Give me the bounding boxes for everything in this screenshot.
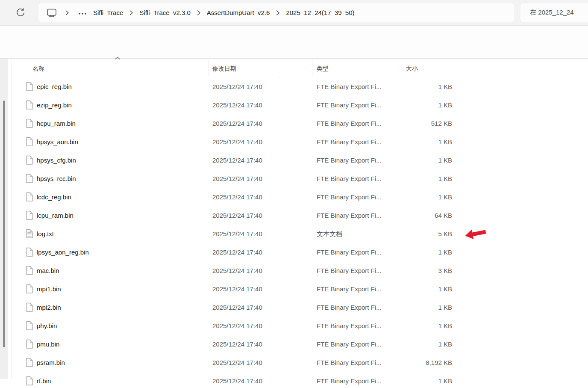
ellipsis-icon	[78, 12, 87, 15]
file-row[interactable]: mac.bin 2025/12/24 17:40 FTE Binary Expo…	[0, 261, 588, 280]
file-row[interactable]: hpsys_cfg.bin 2025/12/24 17:40 FTE Binar…	[0, 151, 588, 169]
file-row[interactable]: pmu.bin 2025/12/24 17:40 FTE Binary Expo…	[0, 335, 588, 353]
file-date: 2025/12/24 17:40	[212, 280, 262, 298]
file-type: FTE Binary Export Fi...	[317, 169, 382, 188]
this-pc-icon[interactable]	[46, 8, 57, 18]
file-type: FTE Binary Export Fi...	[317, 261, 382, 280]
text-file-icon	[26, 229, 33, 239]
file-date: 2025/12/24 17:40	[212, 317, 262, 335]
file-icon	[26, 321, 33, 331]
file-size: 1 KB	[392, 317, 452, 335]
file-row[interactable]: log.txt 2025/12/24 17:40 文本文档 5 KB	[0, 225, 588, 243]
file-size: 1 KB	[392, 298, 452, 317]
file-date: 2025/12/24 17:40	[212, 372, 262, 388]
breadcrumb-item[interactable]: AssertDumpUart_v2.6	[207, 9, 270, 16]
file-type: FTE Binary Export Fi...	[317, 188, 382, 206]
column-header-type[interactable]: 类型	[317, 59, 329, 77]
file-size: 3 KB	[392, 261, 452, 280]
file-row[interactable]: hpsys_aon.bin 2025/12/24 17:40 FTE Binar…	[0, 133, 588, 151]
breadcrumb-item[interactable]: Sifli_Trace_v2.3.0	[139, 9, 191, 16]
command-toolbar: 排序 查看	[0, 26, 588, 59]
file-type: FTE Binary Export Fi...	[317, 114, 382, 133]
file-size: 1 KB	[392, 280, 452, 298]
file-icon	[26, 302, 33, 312]
file-name: mpi2.bin	[37, 298, 61, 317]
file-date: 2025/12/24 17:40	[212, 225, 262, 243]
file-icon	[26, 155, 33, 165]
file-row[interactable]: epic_reg.bin 2025/12/24 17:40 FTE Binary…	[0, 77, 588, 96]
chevron-right-icon	[65, 10, 69, 16]
breadcrumb-overflow[interactable]	[78, 9, 87, 17]
file-icon	[26, 174, 33, 184]
content-edge-divider	[11, 59, 12, 379]
file-size: 1 KB	[392, 151, 452, 169]
file-row[interactable]: phy.bin 2025/12/24 17:40 FTE Binary Expo…	[0, 317, 588, 335]
file-row[interactable]: lcpu_ram.bin 2025/12/24 17:40 FTE Binary…	[0, 206, 588, 225]
column-divider[interactable]	[399, 60, 399, 76]
file-name: log.txt	[37, 225, 54, 243]
file-row[interactable]: mpi1.bin 2025/12/24 17:40 FTE Binary Exp…	[0, 280, 588, 298]
file-date: 2025/12/24 17:40	[212, 188, 262, 206]
breadcrumb: Sifli_Trace Sifli_Trace_v2.3.0 AssertDum…	[38, 3, 514, 22]
search-input[interactable]: 在 2025_12_24	[520, 3, 588, 22]
file-row[interactable]: hpsys_rcc.bin 2025/12/24 17:40 FTE Binar…	[0, 169, 588, 188]
file-date: 2025/12/24 17:40	[212, 169, 262, 188]
left-scrollbar-thumb[interactable]	[3, 101, 5, 347]
column-header-name[interactable]: 名称	[32, 59, 44, 77]
breadcrumb-item[interactable]: 2025_12_24(17_39_50)	[286, 9, 354, 16]
file-type: FTE Binary Export Fi...	[317, 317, 382, 335]
file-type: 文本文档	[317, 225, 342, 243]
search-text: 在 2025_12_24	[530, 9, 574, 17]
file-row[interactable]: lpsys_aon_reg.bin 2025/12/24 17:40 FTE B…	[0, 243, 588, 261]
file-date: 2025/12/24 17:40	[212, 77, 262, 96]
column-header-date[interactable]: 修改日期	[212, 59, 236, 77]
file-icon	[26, 100, 33, 110]
file-date: 2025/12/24 17:40	[212, 114, 262, 133]
column-divider[interactable]	[457, 60, 457, 76]
file-type: FTE Binary Export Fi...	[317, 206, 382, 225]
file-row[interactable]: psram.bin 2025/12/24 17:40 FTE Binary Ex…	[0, 353, 588, 372]
file-name: hpsys_aon.bin	[37, 133, 78, 151]
file-icon	[26, 210, 33, 220]
file-type: FTE Binary Export Fi...	[317, 243, 382, 261]
file-date: 2025/12/24 17:40	[212, 261, 262, 280]
file-row[interactable]: lcdc_reg.bin 2025/12/24 17:40 FTE Binary…	[0, 188, 588, 206]
chevron-right-icon	[276, 10, 280, 16]
file-row[interactable]: hcpu_ram.bin 2025/12/24 17:40 FTE Binary…	[0, 114, 588, 133]
file-name: rf.bin	[37, 372, 51, 388]
file-type: FTE Binary Export Fi...	[317, 280, 382, 298]
file-type: FTE Binary Export Fi...	[317, 96, 382, 114]
chevron-right-icon	[129, 10, 133, 16]
sort-ascending-icon	[115, 56, 121, 60]
file-size: 64 KB	[392, 206, 452, 225]
file-row[interactable]: rf.bin 2025/12/24 17:40 FTE Binary Expor…	[0, 372, 588, 388]
file-name: hpsys_rcc.bin	[37, 169, 76, 188]
left-scrollbar-track[interactable]	[0, 59, 8, 379]
breadcrumb-item[interactable]: Sifli_Trace	[93, 9, 123, 16]
file-list: epic_reg.bin 2025/12/24 17:40 FTE Binary…	[0, 77, 588, 388]
file-size: 1 KB	[392, 96, 452, 114]
refresh-icon	[15, 8, 26, 18]
file-date: 2025/12/24 17:40	[212, 151, 262, 169]
file-date: 2025/12/24 17:40	[212, 206, 262, 225]
file-size: 1 KB	[392, 335, 452, 353]
column-divider[interactable]	[209, 60, 209, 76]
column-divider[interactable]	[312, 60, 312, 76]
title-bar: Sifli_Trace Sifli_Trace_v2.3.0 AssertDum…	[0, 0, 588, 26]
file-row[interactable]: ezip_reg.bin 2025/12/24 17:40 FTE Binary…	[0, 96, 588, 114]
file-name: mpi1.bin	[37, 280, 61, 298]
file-name: epic_reg.bin	[37, 77, 72, 96]
column-header-size[interactable]: 大小	[406, 59, 418, 77]
file-type: FTE Binary Export Fi...	[317, 151, 382, 169]
file-row[interactable]: mpi2.bin 2025/12/24 17:40 FTE Binary Exp…	[0, 298, 588, 317]
file-name: hcpu_ram.bin	[37, 114, 76, 133]
file-size: 1 KB	[392, 133, 452, 151]
file-type: FTE Binary Export Fi...	[317, 372, 382, 388]
file-size: 512 KB	[392, 114, 452, 133]
file-type: FTE Binary Export Fi...	[317, 335, 382, 353]
file-date: 2025/12/24 17:40	[212, 335, 262, 353]
file-size: 1 KB	[392, 169, 452, 188]
file-icon	[26, 284, 33, 294]
refresh-button[interactable]	[14, 6, 27, 19]
file-size: 8,192 KB	[392, 353, 452, 372]
